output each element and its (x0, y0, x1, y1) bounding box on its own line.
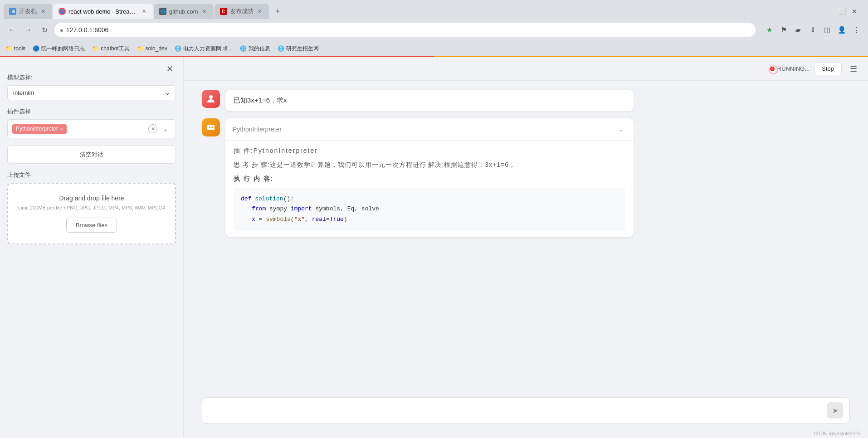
bookmark-ruanyifeng[interactable]: 🔵 阮一峰的网络日志 (33, 45, 85, 53)
forward-button[interactable]: → (22, 24, 34, 36)
tab-publish[interactable]: C 发布成功 ✕ (215, 4, 269, 19)
plugin-dropdown-button[interactable]: ⌄ (160, 123, 171, 134)
bot-avatar (202, 118, 220, 136)
collapse-button[interactable]: ⌄ (615, 124, 626, 135)
input-area: ➤ (184, 392, 868, 429)
footer-text: CSDN @yestolife123 (814, 431, 861, 436)
close-window-button[interactable]: ✕ (850, 7, 859, 16)
bookmark-label-ruanyifeng: 阮一峰的网络日志 (41, 45, 85, 53)
plugin-label-line: 插 件:PythonInterpreter (234, 147, 625, 155)
tab-favicon-4: C (220, 8, 227, 15)
code-lparen: ( (291, 216, 294, 223)
plugin-label: 插件选择 (7, 107, 176, 116)
bookmark-graduate-icon: 🌐 (278, 45, 284, 52)
send-button[interactable]: ➤ (827, 402, 843, 419)
tab-label-3: github.com (169, 8, 198, 15)
upload-label: 上传文件 (7, 171, 176, 179)
tab-close-3[interactable]: ✕ (201, 8, 208, 15)
user-message-text: 已知3x+1=6，求x (234, 96, 287, 104)
code-line-1: def solution(): (241, 194, 618, 204)
tab-bar: 🖥 开发机 ✕ 🌀 react web demo · Streamlit ✕ 🌐… (0, 0, 868, 19)
browse-files-button[interactable]: Browse files (66, 218, 117, 233)
sidebar: ✕ 模型选择: internlm ⌄ 插件选择 PythonInterprete… (0, 57, 184, 438)
bookmark-electric[interactable]: 🌐 电力人力资源网 求... (175, 45, 233, 53)
code-str-x: "x" (294, 216, 305, 223)
upload-dropzone[interactable]: Drag and drop file here Limit 200MB per … (7, 183, 176, 244)
bookmark-electric-icon: 🌐 (175, 45, 181, 52)
model-select-value: internlm (13, 89, 34, 96)
code-keyword-def: def (241, 195, 255, 202)
code-import: import (291, 205, 316, 212)
running-dot (770, 67, 775, 71)
address-text: 127.0.0.1:6006 (66, 26, 750, 34)
tab-github[interactable]: 🌐 github.com ✕ (154, 4, 214, 19)
bookmark-chatbot[interactable]: 📁 chatbot工具 (92, 45, 129, 53)
plugin-tag-close-button[interactable]: × (60, 126, 63, 132)
bookmark-myinfo[interactable]: 🌐 我的信息 (240, 45, 270, 53)
bookmark-label-myinfo: 我的信息 (249, 45, 270, 53)
tab-label-1: 开发机 (19, 7, 37, 15)
new-tab-button[interactable]: + (272, 5, 284, 18)
plugin-tag-python: PythonInterpreter × (12, 124, 67, 134)
clear-conversation-button[interactable]: 清空对话 (7, 146, 176, 164)
back-button[interactable]: ← (5, 24, 18, 36)
code-func-name: solution (255, 195, 283, 202)
user-avatar (202, 90, 220, 108)
running-text: RUNNING... (777, 65, 810, 72)
profile-icon[interactable]: 👤 (835, 24, 848, 36)
bookmark-star-icon[interactable]: ★ (763, 24, 775, 36)
menu-icon-button[interactable]: ☰ (846, 62, 861, 76)
bookmark-chatbot-icon: 📁 (92, 45, 99, 52)
browser-chrome: 🖥 开发机 ✕ 🌀 react web demo · Streamlit ✕ 🌐… (0, 0, 868, 57)
bookmark-label-electric: 电力人力资源网 求... (183, 45, 233, 53)
bookmark-label-chatbot: chatbot工具 (101, 45, 129, 53)
extensions-icon[interactable]: ▰ (792, 24, 805, 36)
window-controls: — ⬜ ✕ (824, 7, 864, 16)
tab-close-2[interactable]: ✕ (140, 8, 147, 15)
bookmark-tools[interactable]: 📁 tools (5, 45, 25, 52)
tab-favicon-2: 🌀 (59, 8, 66, 15)
model-select[interactable]: internlm ⌄ (7, 85, 176, 100)
sidebar-close-button[interactable]: ✕ (163, 63, 176, 75)
tab-close-1[interactable]: ✕ (39, 8, 47, 15)
bookmarks-bar: 📁 tools 🔵 阮一峰的网络日志 📁 chatbot工具 📁 solo_de… (0, 41, 868, 57)
address-field[interactable]: ● 127.0.0.1:6006 (54, 23, 756, 37)
maximize-button[interactable]: ⬜ (837, 7, 846, 16)
bookmark-solodev[interactable]: 📁 solo_dev (137, 45, 167, 52)
flag-icon[interactable]: ⚑ (777, 24, 790, 36)
send-icon: ➤ (832, 406, 838, 415)
code-from: from (252, 205, 269, 212)
bookmark-solodev-icon: 📁 (137, 45, 144, 52)
bookmark-graduate[interactable]: 🌐 研究生招生网 (278, 45, 319, 53)
bot-bubble: PythonInterpreter ⌄ 插 件:PythonInterprete… (225, 118, 634, 237)
secure-icon: ● (60, 27, 63, 34)
code-real-param: real (312, 216, 326, 223)
running-indicator: RUNNING... (770, 65, 810, 72)
plugin-body: 插 件:PythonInterpreter 思 考 步 骤:这是一道数学计算题，… (225, 141, 634, 237)
plugin-clear-button[interactable]: ✕ (148, 124, 157, 133)
address-bar-row: ← → ↻ ● 127.0.0.1:6006 ★ ⚑ ▰ ⇓ ◫ 👤 ⋮ (0, 19, 868, 41)
tab-close-4[interactable]: ✕ (256, 8, 263, 15)
tab-favicon-1: 🖥 (9, 8, 16, 15)
minimize-button[interactable]: — (824, 7, 834, 16)
bookmark-label-solodev: solo_dev (146, 45, 167, 52)
download-icon[interactable]: ⇓ (806, 24, 819, 36)
stop-button[interactable]: Stop (814, 62, 842, 75)
code-symbols-call: symbols (266, 216, 291, 223)
bookmark-label-tools: tools (14, 45, 25, 52)
more-options-icon[interactable]: ⋮ (850, 24, 863, 36)
reload-button[interactable]: ↻ (38, 24, 51, 36)
user-bubble: 已知3x+1=6，求x (225, 90, 634, 111)
sidebar-toggle-icon[interactable]: ◫ (821, 24, 834, 36)
tab-label-4: 发布成功 (230, 7, 254, 15)
code-line-2: from sympy import symbols, Eq, solve (241, 204, 618, 214)
tab-streamlit[interactable]: 🌀 react web demo · Streamlit ✕ (53, 4, 153, 19)
tab-devbox[interactable]: 🖥 开发机 ✕ (4, 4, 52, 19)
message-input[interactable] (209, 405, 822, 416)
plugin-header: PythonInterpreter ⌄ (225, 118, 634, 141)
svg-rect-1 (207, 125, 215, 130)
code-block: def solution(): from sympy import symbol… (234, 188, 625, 230)
code-rparen: ) (344, 216, 347, 223)
code-imports: symbols, Eq, solve (315, 205, 379, 212)
plugin-header-name: PythonInterpreter (233, 126, 282, 133)
